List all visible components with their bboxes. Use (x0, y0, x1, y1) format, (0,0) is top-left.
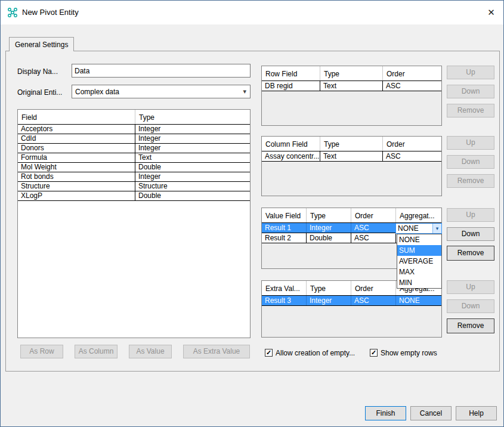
new-pivot-entity-dialog: New Pivot Entity ✕ General Settings Disp… (0, 0, 504, 427)
dropdown-option-max[interactable]: MAX (397, 267, 441, 277)
tab-general-settings[interactable]: General Settings (9, 37, 74, 51)
dropdown-option-none[interactable]: NONE (397, 234, 441, 245)
aggregate-select[interactable]: NONE ▾ (395, 223, 442, 234)
window-title: New Pivot Entity (22, 8, 79, 17)
tab-label: General Settings (15, 41, 68, 49)
close-icon[interactable]: ✕ (479, 1, 503, 24)
aggregate-selected-value: NONE (398, 224, 419, 233)
app-icon (7, 7, 18, 18)
titlebar: New Pivot Entity ✕ (1, 1, 503, 24)
dropdown-option-min[interactable]: MIN (397, 277, 441, 288)
finish-button[interactable]: Finish (365, 406, 406, 420)
help-button[interactable]: Help (456, 406, 497, 420)
dropdown-option-average[interactable]: AVERAGE (397, 256, 441, 267)
cancel-button[interactable]: Cancel (410, 406, 452, 420)
dropdown-option-sum[interactable]: SUM (397, 245, 441, 256)
general-settings-panel (5, 51, 500, 372)
chevron-down-icon: ▾ (432, 224, 441, 233)
aggregate-dropdown-list: NONE SUM AVERAGE MAX MIN (397, 234, 442, 289)
